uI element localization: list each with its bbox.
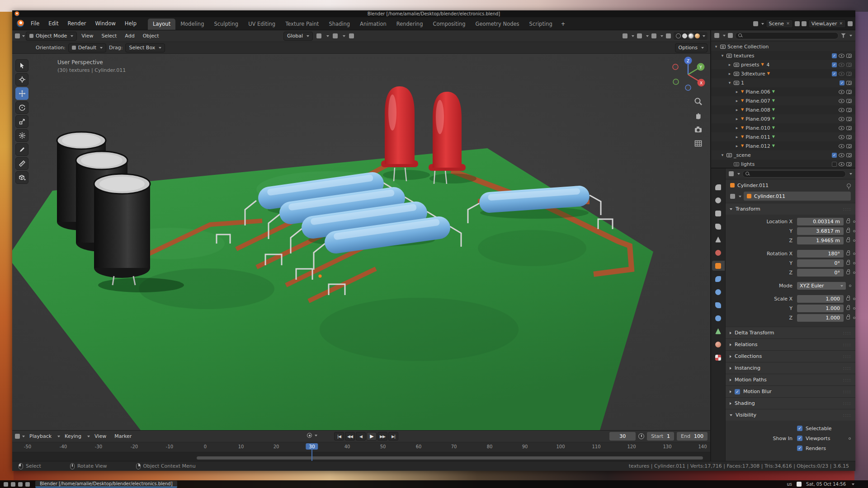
pivot-point-icon[interactable] (316, 33, 321, 38)
menu-help[interactable]: Help (121, 19, 141, 28)
menu-render[interactable]: Render (64, 19, 90, 28)
collections-section[interactable]: Collections :::: (726, 350, 855, 362)
lock-icon[interactable] (846, 297, 850, 300)
render-camera-icon[interactable] (846, 108, 852, 112)
hide-eye-icon[interactable] (839, 162, 844, 166)
pivot-chevron[interactable] (325, 33, 329, 39)
current-frame-field[interactable]: 30 (609, 432, 636, 441)
remove-viewlayer-icon[interactable]: ✕ (839, 21, 843, 26)
menu-file[interactable]: File (27, 19, 43, 28)
tab-geometry-nodes[interactable]: Geometry Nodes (471, 19, 524, 30)
hide-eye-icon[interactable] (839, 54, 844, 58)
panel-grip-icon[interactable]: :::: (843, 343, 851, 347)
timeline-editor-chevron[interactable] (21, 433, 25, 439)
gizmo-y-axis[interactable]: Y (699, 65, 702, 70)
selectable-checkbox[interactable]: ✓ (797, 426, 802, 431)
menu-tl-view[interactable]: View (91, 432, 110, 441)
blender-logo-icon[interactable] (17, 20, 24, 27)
tab-sculpting[interactable]: Sculpting (209, 19, 243, 30)
hide-eye-icon[interactable] (839, 72, 844, 76)
hide-eye-icon[interactable] (839, 63, 844, 67)
keyboard-layout-indicator[interactable]: us (787, 482, 792, 487)
select-box-tool[interactable] (15, 59, 28, 72)
jump-to-start-button[interactable]: |◀ (334, 432, 344, 441)
lock-icon[interactable] (846, 316, 850, 319)
current-frame-badge[interactable]: 30 (306, 443, 318, 450)
add-workspace-button[interactable]: + (557, 19, 569, 30)
wireframe-shading-icon[interactable] (676, 33, 681, 38)
add-cube-tool[interactable] (15, 171, 28, 184)
viewlayer-selector[interactable]: ViewLayer ✕ (808, 19, 846, 28)
render-camera-icon[interactable] (846, 54, 852, 58)
shading-section[interactable]: Shading :::: (726, 397, 855, 409)
orientation-dropdown[interactable]: Global (283, 32, 313, 41)
render-camera-icon[interactable] (846, 126, 852, 130)
disclosure-arrow[interactable]: ▸ (735, 108, 739, 112)
location-x-field[interactable]: 0.00314 m (797, 218, 844, 225)
disclosure-arrow[interactable]: ▾ (727, 80, 732, 85)
taskbar-clock[interactable]: Sat, 05 Oct 14:56 (806, 482, 846, 487)
transform-tool[interactable] (15, 129, 28, 142)
panel-grip-icon[interactable]: :::: (843, 331, 851, 335)
window-titlebar[interactable]: Blender [/home/amalie/Desktop/blender/el… (12, 10, 855, 17)
animate-dot[interactable] (849, 285, 851, 287)
disclosure-arrow[interactable]: ▾ (720, 153, 725, 157)
tab-shading[interactable]: Shading (324, 19, 355, 30)
hide-eye-icon[interactable] (839, 99, 844, 103)
orthographic-grid-icon[interactable] (694, 139, 703, 148)
render-camera-icon[interactable] (846, 153, 852, 157)
gizmo-chevron[interactable] (645, 33, 649, 39)
lock-icon[interactable] (846, 262, 850, 265)
location-z-field[interactable]: 1.9465 m (797, 237, 844, 244)
render-camera-icon[interactable] (846, 81, 852, 85)
disclosure-arrow[interactable]: ▸ (727, 71, 732, 76)
rotate-tool[interactable] (15, 101, 28, 114)
autokey-chevron[interactable] (313, 432, 317, 438)
pan-hand-icon[interactable] (694, 111, 703, 120)
disclosure-arrow[interactable]: ▸ (735, 99, 739, 103)
properties-tab-material[interactable] (712, 339, 725, 349)
filter-chevron[interactable] (848, 33, 852, 38)
disclosure-arrow[interactable]: ▸ (735, 144, 739, 148)
tool-orientation-dropdown[interactable]: Default (68, 43, 106, 52)
outliner-row-scene-collection[interactable]: ▾ Scene Collection (711, 42, 855, 51)
outliner-row-plane012[interactable]: ▸ ▼ Plane.012 ▼ (711, 141, 855, 150)
render-camera-icon[interactable] (846, 99, 852, 103)
scene-selector[interactable]: Scene ✕ (766, 19, 793, 28)
tray-chevron-icon[interactable] (850, 482, 854, 487)
tab-rendering[interactable]: Rendering (392, 19, 428, 30)
taskbar-launcher-icon-4[interactable] (25, 482, 30, 487)
overlays-chevron[interactable] (659, 33, 663, 39)
animate-dot[interactable] (853, 262, 855, 264)
menu-window[interactable]: Window (91, 19, 119, 28)
panel-grip-icon[interactable]: :::: (843, 207, 851, 211)
collection-checkbox[interactable]: ✓ (832, 71, 837, 76)
object-name-field[interactable]: Cylinder.011 (744, 192, 851, 201)
motion-blur-checkbox[interactable]: ✓ (735, 389, 740, 394)
animate-dot[interactable] (853, 272, 855, 274)
disclosure-arrow[interactable]: ▸ (735, 135, 739, 139)
hide-eye-icon[interactable] (839, 117, 844, 121)
panel-grip-icon[interactable]: :::: (843, 401, 851, 406)
viewports-checkbox[interactable]: ✓ (797, 436, 802, 441)
hide-eye-icon[interactable] (839, 126, 844, 130)
outliner-editor-icon[interactable] (714, 33, 719, 38)
outliner-row-plane006[interactable]: ▸ ▼ Plane.006 ▼ (711, 87, 855, 96)
properties-editor-chevron[interactable] (736, 171, 740, 177)
lock-icon[interactable] (846, 252, 850, 255)
drag-dropdown[interactable]: Select Box (125, 43, 165, 52)
tab-modeling[interactable]: Modeling (175, 19, 209, 30)
rotation-z-field[interactable]: 0° (797, 269, 844, 277)
instancing-section[interactable]: Instancing :::: (726, 362, 855, 374)
tab-texture-paint[interactable]: Texture Paint (280, 19, 324, 30)
hide-eye-icon[interactable] (839, 90, 844, 94)
gizmo-minus-y[interactable] (673, 79, 679, 84)
outliner-row-presets[interactable]: ▸ presets ▼ 4 ✓ (711, 60, 855, 69)
menu-object[interactable]: Object (139, 32, 163, 40)
outliner-row-plane010[interactable]: ▸ ▼ Plane.010 ▼ (711, 123, 855, 132)
properties-search-input[interactable] (742, 170, 846, 178)
annotate-tool[interactable] (15, 143, 28, 156)
panel-grip-icon[interactable]: :::: (843, 413, 851, 418)
tab-animation[interactable]: Animation (355, 19, 392, 30)
collection-checkbox[interactable]: ✓ (840, 80, 844, 85)
